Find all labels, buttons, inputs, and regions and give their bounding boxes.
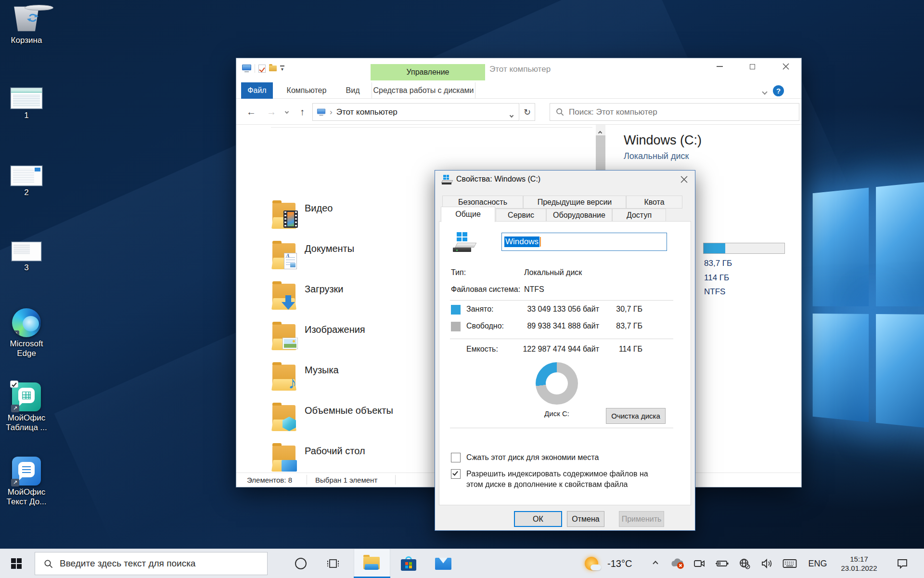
- properties-icon[interactable]: [258, 65, 266, 73]
- start-button[interactable]: [0, 549, 33, 578]
- up-button[interactable]: ↑: [294, 99, 310, 125]
- close-button[interactable]: [770, 58, 801, 75]
- tab-general-active[interactable]: Общие: [441, 207, 495, 222]
- tab-quota[interactable]: Квота: [626, 196, 682, 209]
- file-explorer-icon: [363, 557, 381, 570]
- pictures-folder-icon: [271, 320, 298, 351]
- index-checkbox[interactable]: [451, 469, 461, 479]
- expand-ribbon-icon[interactable]: [763, 87, 767, 96]
- desktop-icon-myoffice-table[interactable]: ↗ МойОфис Таблица ...: [0, 382, 53, 433]
- taskbar-search-input[interactable]: Введите здесь текст для поиска: [35, 552, 268, 575]
- folder-item-3d-objects[interactable]: Объемные объекты: [267, 399, 450, 437]
- this-pc-icon[interactable]: [242, 65, 251, 72]
- address-location[interactable]: Этот компьютер: [336, 107, 398, 117]
- address-bar[interactable]: › Этот компьютер: [312, 103, 519, 121]
- details-title: Windows (C:): [624, 133, 702, 148]
- used-size: 30,7 ГБ: [609, 305, 642, 314]
- weather-icon[interactable]: [578, 549, 607, 578]
- new-folder-icon[interactable]: [269, 66, 277, 71]
- tab-sharing[interactable]: Доступ: [612, 209, 666, 222]
- free-bytes: 89 938 341 888 байт: [507, 322, 599, 330]
- refresh-button[interactable]: ↻: [520, 103, 535, 121]
- cortana-button[interactable]: [289, 549, 313, 578]
- quick-access-toolbar: ▾: [242, 64, 284, 73]
- explorer-titlebar[interactable]: ▾ Управление Этот компьютер: [236, 58, 801, 80]
- screenshot-thumbnail: [11, 166, 42, 186]
- tab-computer[interactable]: Компьютер: [282, 82, 331, 99]
- free-color-swatch: [451, 322, 461, 331]
- desktop: Корзина 1 2 3 ↗ Microsoft Edge ↗ МойОфис…: [0, 0, 924, 578]
- action-center-button[interactable]: [888, 549, 916, 578]
- desktop-icon-screenshot-3[interactable]: 3: [0, 242, 53, 273]
- dialog-close-button[interactable]: [673, 171, 695, 188]
- tab-previous-versions[interactable]: Предыдущие версии: [523, 196, 626, 209]
- desktop-icon-microsoft-edge[interactable]: ↗ Microsoft Edge: [0, 308, 53, 358]
- show-hidden-icons-button[interactable]: [645, 549, 666, 578]
- desktop-icon-label: 2: [0, 188, 53, 197]
- onedrive-error-icon[interactable]: [666, 549, 688, 578]
- desktop-icon-myoffice-text[interactable]: ↗ МойОфис Текст До...: [0, 457, 53, 507]
- battery-icon[interactable]: [710, 549, 733, 578]
- cancel-button[interactable]: Отмена: [567, 511, 604, 527]
- details-usage-bar: [703, 243, 785, 254]
- apply-button[interactable]: Применить: [619, 511, 664, 527]
- compress-checkbox[interactable]: [451, 453, 461, 462]
- free-label: Свободно:: [466, 322, 504, 330]
- tab-hardware[interactable]: Оборудование: [546, 209, 612, 222]
- folder-item-downloads[interactable]: Загрузки: [267, 278, 450, 315]
- taskbar-microsoft-store-button[interactable]: [394, 549, 424, 578]
- desktop-icon-label: 1: [0, 111, 53, 120]
- contextual-tab-group[interactable]: Управление: [371, 64, 485, 80]
- network-globe-icon[interactable]: [733, 549, 756, 578]
- taskbar-mail-button[interactable]: [428, 549, 458, 578]
- volume-label-input[interactable]: Windows: [501, 233, 667, 251]
- task-view-icon: [327, 558, 339, 569]
- help-icon[interactable]: ?: [773, 85, 784, 96]
- task-view-button[interactable]: [321, 549, 346, 578]
- tab-file[interactable]: Файл: [241, 82, 273, 99]
- type-label: Тип:: [451, 268, 466, 277]
- details-filesystem: NTFS: [704, 287, 725, 297]
- desktop-icon-recycle-bin[interactable]: Корзина: [0, 4, 53, 45]
- drive-icon: [442, 175, 453, 184]
- tab-tools[interactable]: Сервис: [496, 209, 546, 222]
- music-folder-icon: ♪: [271, 361, 298, 392]
- folder-item-video[interactable]: Видео: [267, 197, 450, 235]
- disk-cleanup-button[interactable]: Очистка диска: [606, 408, 666, 424]
- time: 15:17: [850, 554, 868, 564]
- filesystem-label: Файловая система:: [451, 285, 520, 294]
- forward-button[interactable]: →: [263, 99, 280, 125]
- back-button[interactable]: ←: [243, 99, 259, 125]
- desktop-icon-screenshot-2[interactable]: 2: [0, 166, 53, 197]
- disk-usage-donut-chart: [536, 362, 578, 405]
- clock[interactable]: 15:17 23.01.2022: [833, 549, 886, 578]
- minimize-button[interactable]: [704, 58, 735, 75]
- taskbar-file-explorer-button[interactable]: [354, 549, 390, 578]
- desktop-icon-label: Microsoft Edge: [3, 339, 50, 358]
- touch-keyboard-icon[interactable]: [778, 549, 802, 578]
- ok-button[interactable]: ОК: [514, 511, 562, 527]
- folder-item-pictures[interactable]: Изображения: [267, 318, 450, 356]
- shortcut-arrow-icon: ↗: [11, 479, 19, 486]
- folder-item-documents[interactable]: A Документы: [267, 237, 450, 275]
- folder-item-music[interactable]: ♪ Музыка: [267, 359, 450, 396]
- temperature[interactable]: -13°C: [607, 549, 645, 578]
- ribbon-tab-row: Файл Компьютер Вид Средства работы с дис…: [236, 80, 801, 99]
- address-dropdown-icon[interactable]: [510, 110, 513, 119]
- dialog-titlebar[interactable]: Свойства: Windows (C:): [435, 171, 695, 189]
- customize-qat-dropdown-icon[interactable]: ▾: [280, 66, 284, 71]
- drive-icon: [453, 232, 476, 252]
- screen-record-icon[interactable]: [688, 549, 710, 578]
- index-checkbox-label[interactable]: Разрешить индексировать содержимое файло…: [466, 469, 667, 490]
- volume-icon[interactable]: [756, 549, 778, 578]
- compress-checkbox-label[interactable]: Сжать этот диск для экономии места: [466, 452, 668, 463]
- maximize-button[interactable]: [737, 58, 768, 75]
- recent-locations-icon[interactable]: [282, 99, 292, 125]
- wallpaper-windows-logo: [813, 180, 924, 430]
- tab-disk-tools[interactable]: Средства работы с дисками: [372, 82, 475, 99]
- desktop-icon-screenshot-1[interactable]: 1: [0, 88, 53, 120]
- folder-item-desktop[interactable]: Рабочий стол: [267, 440, 450, 473]
- language-indicator[interactable]: ENG: [805, 549, 831, 578]
- explorer-search-input[interactable]: Поиск: Этот компьютер: [550, 103, 799, 121]
- tab-view[interactable]: Вид: [338, 82, 367, 99]
